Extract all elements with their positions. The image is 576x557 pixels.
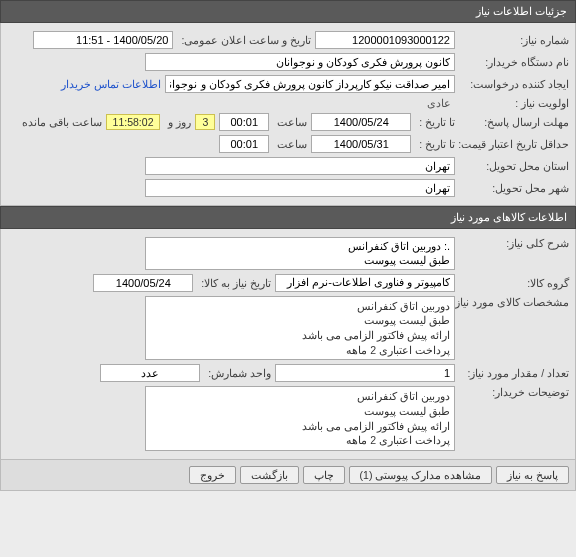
- time-label-1: ساعت: [273, 116, 307, 128]
- buyer-org-field[interactable]: [145, 53, 455, 71]
- qty-field[interactable]: [275, 364, 455, 382]
- announce-field[interactable]: [33, 31, 173, 49]
- remain-days-box: 3: [195, 114, 215, 130]
- province-field[interactable]: [145, 157, 455, 175]
- until-label-2: تا تاریخ :: [415, 138, 455, 150]
- goods-info-body: شرح کلی نیاز: گروه کالا: تاریخ نیاز به ک…: [0, 229, 576, 460]
- priority-label: اولویت نیاز :: [459, 97, 569, 109]
- action-button-bar: پاسخ به نیاز مشاهده مدارک پیوستی (1) چاپ…: [0, 460, 576, 491]
- unit-label: واحد شمارش:: [204, 367, 271, 379]
- requester-field[interactable]: [165, 75, 455, 93]
- buyer-notes-label: توضیحات خریدار:: [459, 386, 569, 398]
- back-button[interactable]: بازگشت: [240, 466, 299, 484]
- need-details-header: جزئیات اطلاعات نیاز: [0, 0, 576, 23]
- unit-field[interactable]: [100, 364, 200, 382]
- until-label-1: تا تاریخ :: [415, 116, 455, 128]
- city-field[interactable]: [145, 179, 455, 197]
- attachments-button[interactable]: مشاهده مدارک پیوستی (1): [349, 466, 493, 484]
- price-validity-time[interactable]: [219, 135, 269, 153]
- requester-label: ایجاد کننده درخواست:: [459, 78, 569, 90]
- spec-box: دوربین اتاق کنفرانس طبق لیست پیوست ارائه…: [145, 296, 455, 361]
- reply-deadline-label: مهلت ارسال پاسخ:: [459, 116, 569, 128]
- exit-button[interactable]: خروج: [189, 466, 236, 484]
- time-label-2: ساعت: [273, 138, 307, 150]
- price-validity-date[interactable]: [311, 135, 411, 153]
- reply-deadline-time[interactable]: [219, 113, 269, 131]
- priority-value: عادی: [423, 97, 455, 109]
- need-number-label: شماره نیاز:: [459, 34, 569, 46]
- need-details-title: جزئیات اطلاعات نیاز: [476, 5, 567, 17]
- need-details-body: شماره نیاز: تاریخ و ساعت اعلان عمومی: نا…: [0, 23, 576, 206]
- need-number-field[interactable]: [315, 31, 455, 49]
- group-field[interactable]: [275, 274, 455, 292]
- general-desc-label: شرح کلی نیاز:: [459, 237, 569, 249]
- goods-info-header: اطلاعات کالاهای مورد نیاز: [0, 206, 576, 229]
- announce-label: تاریخ و ساعت اعلان عمومی:: [177, 34, 311, 46]
- spec-label: مشخصات کالای مورد نیاز:: [459, 296, 569, 308]
- city-label: شهر محل تحویل:: [459, 182, 569, 194]
- remain-days-label: روز و: [164, 116, 191, 128]
- need-date-field[interactable]: [93, 274, 193, 292]
- group-label: گروه کالا:: [459, 277, 569, 289]
- qty-label: تعداد / مقدار مورد نیاز:: [459, 367, 569, 379]
- remain-time-box: 11:58:02: [106, 114, 161, 130]
- respond-button[interactable]: پاسخ به نیاز: [496, 466, 569, 484]
- reply-deadline-date[interactable]: [311, 113, 411, 131]
- buyer-notes-box: دوربین اتاق کنفرانس طبق لیست پیوست ارائه…: [145, 386, 455, 451]
- goods-info-title: اطلاعات کالاهای مورد نیاز: [451, 211, 567, 223]
- general-desc-field[interactable]: [145, 237, 455, 270]
- price-validity-label: حداقل تاریخ اعتبار قیمت:: [459, 138, 569, 150]
- province-label: استان محل تحویل:: [459, 160, 569, 172]
- print-button[interactable]: چاپ: [303, 466, 345, 484]
- remain-suffix: ساعت باقی مانده: [18, 116, 102, 128]
- contact-buyer-link[interactable]: اطلاعات تماس خریدار: [61, 78, 161, 90]
- buyer-org-label: نام دستگاه خریدار:: [459, 56, 569, 68]
- need-date-label: تاریخ نیاز به کالا:: [197, 277, 271, 289]
